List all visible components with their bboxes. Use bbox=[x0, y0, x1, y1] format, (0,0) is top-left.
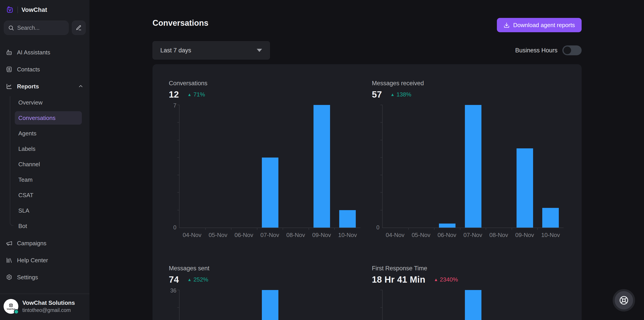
sidebar-item-reports[interactable]: Reports bbox=[0, 78, 90, 95]
compose-button[interactable] bbox=[72, 21, 86, 35]
bar-slot bbox=[408, 290, 434, 320]
x-axis-label: 08-Nov bbox=[486, 232, 512, 238]
x-axis-tick bbox=[537, 228, 538, 230]
sidebar-subitem-conversations[interactable]: Conversations bbox=[15, 111, 82, 125]
y-axis-max-label: 7 bbox=[173, 103, 176, 108]
x-axis-tick bbox=[486, 228, 486, 230]
y-axis-tick bbox=[177, 140, 180, 140]
bar-slot bbox=[382, 290, 408, 320]
download-agent-reports-button[interactable]: Download agent reports bbox=[497, 18, 582, 32]
bar-slot bbox=[180, 105, 206, 228]
sidebar-item-campaigns[interactable]: Campaigns bbox=[0, 235, 90, 252]
sidebar-nav: AI Assistants Contacts bbox=[0, 44, 90, 286]
sidebar-item-settings[interactable]: Settings bbox=[0, 269, 90, 286]
y-axis-tick bbox=[380, 192, 382, 193]
x-axis-tick bbox=[231, 228, 232, 230]
chart-plot: 004-Nov05-Nov06-Nov07-Nov08-Nov09-Nov10-… bbox=[372, 105, 564, 238]
bar-10-Nov bbox=[542, 208, 559, 228]
chart-title: Messages sent bbox=[169, 265, 360, 272]
subtree-guide-line bbox=[10, 96, 14, 226]
brand-name: VowChat bbox=[22, 7, 47, 14]
y-axis-max-label: 36 bbox=[170, 288, 176, 293]
sidebar-subitem-agents[interactable]: Agents bbox=[10, 126, 90, 141]
chart-delta: ▲71% bbox=[188, 91, 205, 98]
date-range-value: Last 7 days bbox=[160, 47, 191, 54]
sidebar-item-ai-assistants[interactable]: AI Assistants bbox=[0, 44, 90, 61]
account-email: tintotheo@gmail.com bbox=[22, 307, 75, 313]
bar-07-Nov bbox=[465, 290, 482, 320]
y-axis-tick bbox=[380, 157, 382, 158]
app-window: VowChat Search... bbox=[0, 0, 644, 320]
plot-area bbox=[179, 105, 360, 228]
y-axis-labels: 0 bbox=[372, 290, 382, 320]
sidebar-subitem-channel[interactable]: Channel bbox=[10, 157, 90, 172]
pencil-icon bbox=[76, 25, 82, 31]
bar-09-Nov bbox=[314, 105, 330, 228]
contact-card-icon bbox=[6, 66, 12, 73]
chart-value: 18 Hr 41 Min bbox=[372, 274, 425, 285]
line-chart-icon bbox=[6, 83, 12, 90]
bar-slot bbox=[408, 105, 434, 228]
x-axis-tick bbox=[460, 228, 460, 230]
y-axis-tick bbox=[380, 175, 382, 175]
y-axis-tick bbox=[380, 140, 382, 140]
y-axis-labels: 360 bbox=[169, 290, 179, 320]
y-axis-labels: 70 bbox=[169, 105, 179, 228]
delta-up-icon: ▲ bbox=[390, 92, 395, 97]
y-axis-tick bbox=[380, 210, 382, 210]
avatar-brand-text: VowChat bbox=[7, 308, 15, 310]
x-axis-tick bbox=[408, 228, 409, 230]
sidebar-item-label: Reports bbox=[17, 83, 39, 90]
gear-icon bbox=[6, 274, 12, 281]
x-axis-tick bbox=[512, 228, 512, 230]
download-button-label: Download agent reports bbox=[513, 22, 575, 29]
chart-delta: ▲252% bbox=[188, 276, 208, 283]
account-switcher[interactable]: VowChat VowChat Solutions tintotheo@gmai… bbox=[0, 294, 90, 320]
sidebar: VowChat Search... bbox=[0, 0, 90, 320]
y-axis-tick bbox=[380, 307, 382, 308]
chart-delta: ▲2340% bbox=[434, 276, 458, 283]
sidebar-subitem-csat[interactable]: CSAT bbox=[10, 188, 90, 203]
search-placeholder: Search... bbox=[17, 25, 40, 31]
help-button[interactable] bbox=[613, 289, 635, 311]
x-axis-tick bbox=[257, 228, 258, 230]
page-title: Conversations bbox=[152, 18, 208, 28]
x-axis-tick bbox=[434, 228, 434, 230]
bar-slot bbox=[231, 105, 257, 228]
x-axis-label: 09-Nov bbox=[512, 232, 538, 238]
x-axis-tick bbox=[283, 228, 283, 230]
chart-value-row: 74▲252% bbox=[169, 274, 360, 285]
sidebar-item-contacts[interactable]: Contacts bbox=[0, 61, 90, 78]
x-axis-label: 05-Nov bbox=[205, 232, 231, 238]
x-axis-tick bbox=[308, 228, 309, 230]
x-axis-tick bbox=[334, 228, 335, 230]
bar-slot bbox=[257, 290, 283, 320]
bars-row bbox=[180, 290, 360, 320]
sidebar-subitem-labels[interactable]: Labels bbox=[10, 141, 90, 157]
delta-up-icon: ▲ bbox=[188, 92, 192, 97]
bar-07-Nov bbox=[262, 158, 278, 228]
y-axis-tick bbox=[177, 122, 180, 123]
sidebar-item-help-center[interactable]: Help Center bbox=[0, 252, 90, 269]
date-range-select[interactable]: Last 7 days bbox=[152, 41, 270, 60]
sidebar-subitem-overview[interactable]: Overview bbox=[10, 95, 90, 110]
reports-card: Conversations12▲71%7004-Nov05-Nov06-Nov0… bbox=[152, 64, 582, 320]
chart-messages-sent: Messages sent74▲252%36004-Nov05-Nov06-No… bbox=[169, 265, 360, 320]
brand: VowChat bbox=[0, 0, 90, 14]
account-name: VowChat Solutions bbox=[22, 299, 75, 306]
sidebar-item-label: Help Center bbox=[17, 257, 48, 264]
x-axis-label: 09-Nov bbox=[308, 232, 334, 238]
x-axis-label: 07-Nov bbox=[257, 232, 283, 238]
chart-value-row: 12▲71% bbox=[169, 90, 360, 100]
business-hours-toggle[interactable] bbox=[562, 46, 582, 55]
sidebar-subitem-team[interactable]: Team bbox=[10, 172, 90, 188]
chevron-up-icon bbox=[78, 84, 84, 89]
chart-value: 57 bbox=[372, 90, 382, 100]
search-input[interactable]: Search... bbox=[4, 21, 69, 35]
chart-delta: ▲138% bbox=[390, 91, 411, 98]
lifebuoy-icon bbox=[619, 295, 629, 305]
sidebar-subitem-sla[interactable]: SLA bbox=[10, 203, 90, 218]
sidebar-subitem-bot[interactable]: Bot bbox=[10, 218, 90, 234]
bar-slot bbox=[434, 290, 460, 320]
download-icon bbox=[504, 22, 510, 28]
